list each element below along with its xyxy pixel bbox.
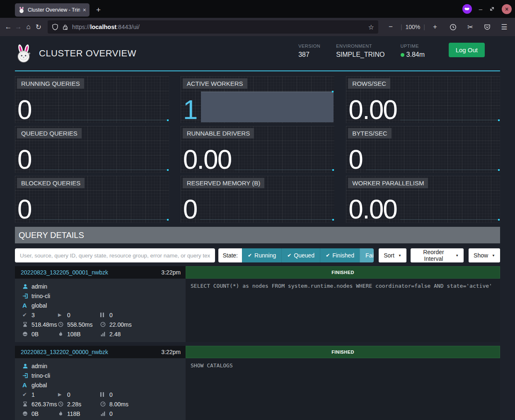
query-user: admin <box>31 363 47 369</box>
stat-card-bytes-sec: BYTES/SEC 0 <box>346 126 500 173</box>
query-sql-panel: SHOW CATALOGS <box>186 358 500 420</box>
lock-warning-icon[interactable] <box>62 24 68 30</box>
stat-value: 0 <box>17 148 31 173</box>
completed-splits-icon: ✔ <box>22 391 31 398</box>
check-icon: ✔ <box>326 252 330 258</box>
query-search-input[interactable] <box>15 248 215 262</box>
cpu-time: 22.00ms <box>109 321 132 328</box>
query-source: trino-cli <box>31 372 50 379</box>
chevron-down-icon: ▼ <box>492 254 495 257</box>
minimize-button[interactable]: – <box>479 5 482 12</box>
state-filter-group: State: ✔ Running ✔ Queued ✔ Finished Fai… <box>218 248 374 262</box>
running-splits-icon: ▶ <box>58 312 67 318</box>
url-host: localhost <box>90 24 116 30</box>
stat-card-runnable-drivers: RUNNABLE DRIVERS 0.00 <box>181 126 335 173</box>
chevron-down-icon: ▼ <box>398 254 401 257</box>
query-status-badge: FINISHED <box>186 346 500 358</box>
cumulative-memory: 108B <box>67 331 81 337</box>
zoom-out-icon[interactable]: − <box>384 21 397 33</box>
forward-icon[interactable]: → <box>14 21 22 33</box>
elapsed-clock-icon <box>58 322 67 327</box>
uptime-label: UPTIME <box>401 44 425 49</box>
cpu-gauge-icon <box>100 401 109 407</box>
browser-window: Cluster Overview - Trino × + – × ← → ⌂ ↻ <box>0 0 515 420</box>
home-icon[interactable]: ⌂ <box>24 21 32 33</box>
stat-value: 0 <box>17 98 31 123</box>
trino-favicon-icon <box>18 7 25 13</box>
filter-label: Running <box>254 252 276 259</box>
toolbar-actions: ✂ ☰ <box>447 21 511 33</box>
uptime-block: UPTIME 3.84m <box>401 44 425 58</box>
version-label: VERSION <box>298 44 320 49</box>
completed-splits: 3 <box>31 312 35 318</box>
queued-splits: 0 <box>109 312 113 318</box>
query-id-link[interactable]: 20220823_132205_00001_nwbzk <box>21 269 161 276</box>
new-tab-button[interactable]: + <box>96 5 101 15</box>
query-user: admin <box>31 283 47 290</box>
query-details-header: QUERY DETAILS <box>15 227 500 243</box>
sparkline <box>235 166 334 170</box>
separator: | <box>401 24 402 30</box>
query-id-link[interactable]: 20220823_132202_00000_nwbzk <box>21 349 161 355</box>
pocket-icon[interactable] <box>481 21 494 33</box>
zoom-level[interactable]: 100% <box>406 24 421 30</box>
bookmark-star-icon[interactable]: ☆ <box>368 23 374 31</box>
sparkline <box>400 216 499 220</box>
query-sql-panel: SELECT COUNT(*) as nodes FROM system.run… <box>186 279 500 342</box>
filter-running-button[interactable]: ✔ Running <box>242 248 281 262</box>
cluster-meta: VERSION 387 ENVIRONMENT SIMPLE_TRINO UPT… <box>298 44 425 58</box>
url-text[interactable]: https://localhost:8443/ui/ <box>72 24 365 30</box>
sparkline <box>366 166 499 170</box>
filter-label: Failed <box>365 252 374 259</box>
query-sql-text: SHOW CATALOGS <box>191 362 233 369</box>
back-icon[interactable]: ← <box>4 21 12 33</box>
tab-close-icon[interactable]: × <box>83 7 86 13</box>
filter-finished-button[interactable]: ✔ Finished <box>320 248 360 262</box>
restore-button[interactable] <box>489 6 495 12</box>
running-splits-icon: ▶ <box>58 392 67 397</box>
memory-icon <box>22 331 31 337</box>
url-scheme: https:// <box>72 24 90 30</box>
filter-label: Finished <box>332 252 354 259</box>
elapsed-clock-icon <box>58 401 67 407</box>
screenshot-scissors-icon[interactable]: ✂ <box>464 21 477 33</box>
shield-icon[interactable] <box>52 24 58 30</box>
query-info-panel: admin trino-cli Aglobal ✔1 ▶0 0 626.37ms… <box>15 358 186 420</box>
browser-tab[interactable]: Cluster Overview - Trino × <box>15 3 89 17</box>
check-icon: ✔ <box>287 252 291 258</box>
zoom-in-icon[interactable]: + <box>428 21 442 33</box>
filter-queued-button[interactable]: ✔ Queued <box>281 248 320 262</box>
stat-card-queued-queries: QUEUED QUERIES 0 <box>15 126 169 173</box>
cumulative-memory: 118B <box>67 410 80 417</box>
parallelism-chart-icon <box>100 411 109 416</box>
button-label: Reorder Interval <box>416 249 452 262</box>
environment-value: SIMPLE_TRINO <box>336 51 384 58</box>
query-resource-group: global <box>31 302 47 309</box>
sparkline-area <box>201 92 334 122</box>
url-bar[interactable]: https://localhost:8443/ui/ ☆ <box>48 20 378 34</box>
stat-card-worker-parallelism: WORKER PARALLELISM 0.00 <box>346 176 500 223</box>
show-dropdown[interactable]: Show ▼ <box>469 248 500 262</box>
logout-button[interactable]: Log Out <box>449 43 485 57</box>
menu-hamburger-icon[interactable]: ☰ <box>498 21 511 33</box>
stat-label: RESERVED MEMORY (B) <box>183 178 265 188</box>
stat-card-blocked-queries: BLOCKED QUERIES 0 <box>15 176 169 223</box>
sparkline <box>35 216 168 220</box>
current-memory: 0B <box>31 331 39 337</box>
stat-label: RUNNING QUERIES <box>17 78 84 89</box>
sort-dropdown[interactable]: Sort ▼ <box>379 248 406 262</box>
resource-group-icon: A <box>22 302 31 309</box>
query-row-header: 20220823_132202_00000_nwbzk 3:22pm FINIS… <box>15 346 500 358</box>
reload-icon[interactable]: ↻ <box>34 21 43 33</box>
filter-failed-dropdown[interactable]: Failed ▼ <box>360 248 374 262</box>
elapsed-time: 2.28s <box>67 401 81 408</box>
stat-value-link[interactable]: 1 <box>183 98 197 123</box>
source-signin-icon <box>22 373 31 379</box>
uptime-status-dot <box>401 53 404 57</box>
cpu-gauge-icon <box>100 322 109 327</box>
close-button[interactable]: × <box>502 4 512 14</box>
history-clock-icon[interactable] <box>447 21 460 33</box>
stat-label: QUEUED QUERIES <box>17 128 82 138</box>
reorder-interval-dropdown[interactable]: Reorder Interval ▼ <box>411 248 464 262</box>
version-value: 387 <box>298 51 320 58</box>
